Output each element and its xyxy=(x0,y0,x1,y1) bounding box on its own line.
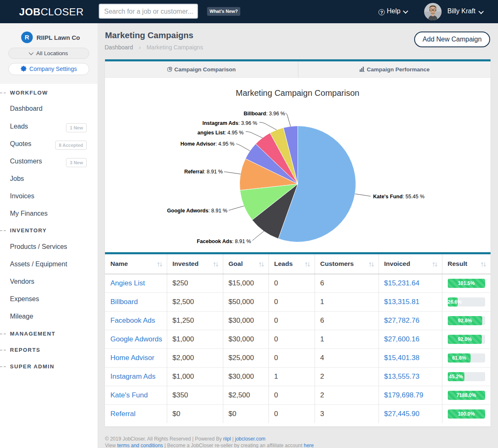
svg-text:Billboard: 3.96 %: Billboard: 3.96 % xyxy=(244,111,285,117)
svg-text:Kate's Fund: 55.45 %: Kate's Fund: 55.45 % xyxy=(373,194,425,200)
svg-text:Google Adwords: 8.91 %: Google Adwords: 8.91 % xyxy=(167,208,227,214)
svg-text:Facebook Ads: 8.91 %: Facebook Ads: 8.91 % xyxy=(197,239,251,244)
svg-text:Instagram Ads: 3.96 %: Instagram Ads: 3.96 % xyxy=(203,120,257,126)
svg-text:Home Advisor: 4.95 %: Home Advisor: 4.95 % xyxy=(181,141,234,147)
svg-text:Referral: 8.91 %: Referral: 8.91 % xyxy=(184,169,223,175)
svg-text:angies List: 4.95 %: angies List: 4.95 % xyxy=(198,130,244,136)
svg-text:Marketing Campaign Comparison: Marketing Campaign Comparison xyxy=(236,88,359,97)
